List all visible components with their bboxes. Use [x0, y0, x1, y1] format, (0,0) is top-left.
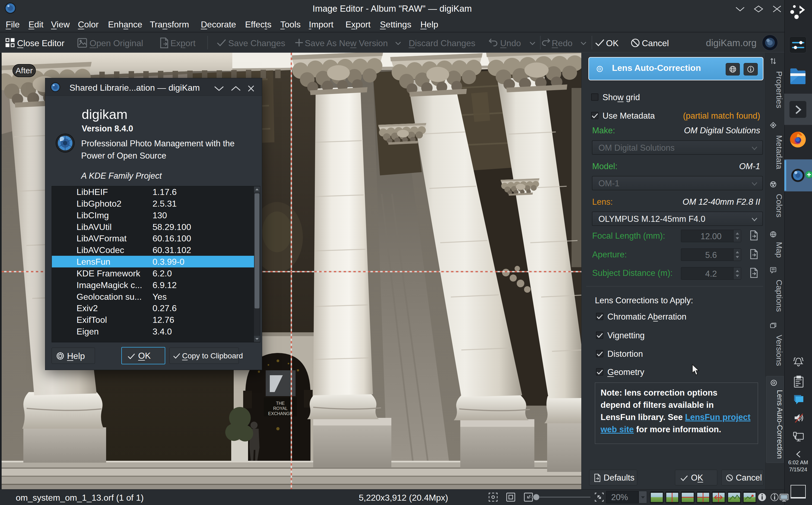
svg-text:ROYAL: ROYAL [273, 406, 287, 411]
svg-text:THE: THE [276, 401, 285, 405]
svg-text:EXCHANGE: EXCHANGE [268, 411, 293, 416]
